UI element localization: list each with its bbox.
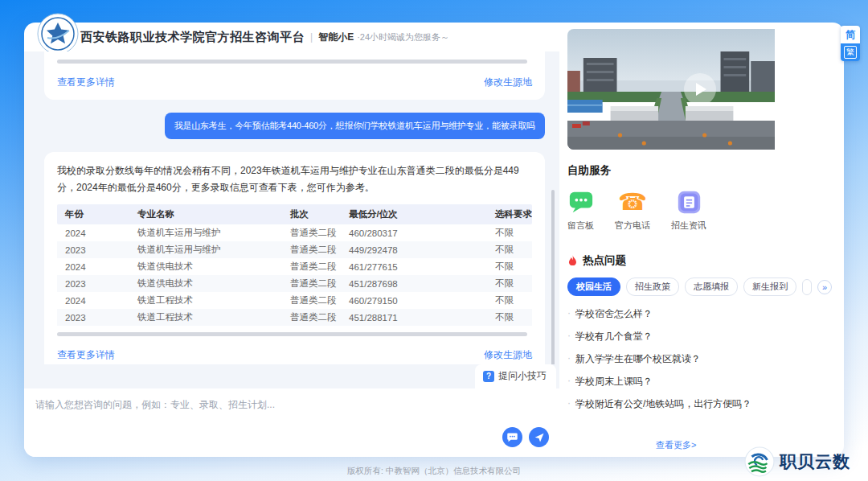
cell: 2023 <box>57 245 129 255</box>
cell: 451/287698 <box>341 279 487 289</box>
cell: 不限 <box>487 294 532 306</box>
cell: 不限 <box>487 278 532 290</box>
app-header: 西安铁路职业技术学院官方招生咨询平台 | 智能小E ·24小时竭诚为您服务～ <box>24 23 559 51</box>
cell: 460/280317 <box>341 228 487 238</box>
service-message-board[interactable]: 留言板 <box>567 189 594 232</box>
col-header-minscore: 最低分/位次 <box>341 208 487 220</box>
cell: 不限 <box>487 311 532 323</box>
col-header-year: 年份 <box>57 208 129 220</box>
cell: 普通类二段 <box>282 294 341 306</box>
tab-admission-policy[interactable]: 招生政策 <box>626 278 679 296</box>
play-icon <box>696 83 706 96</box>
brand-name: 职贝云数 <box>780 450 850 473</box>
chat-bubble-icon <box>506 431 518 443</box>
title-separator: | <box>310 31 313 43</box>
question-item[interactable]: · 新入学学生在哪个校区就读？ <box>567 352 832 366</box>
copyright-footer: 版权所有: 中教智网（北京）信息技术有限公司 <box>0 466 868 477</box>
view-more-details-link[interactable]: 查看更多详情 <box>57 76 115 89</box>
bullet: · <box>567 397 571 411</box>
cell: 2023 <box>57 279 129 289</box>
brand-logo: 职贝云数 <box>744 446 850 477</box>
tips-row: ? 提问小技巧 <box>24 364 559 388</box>
cell: 不限 <box>487 227 532 239</box>
services-row: 留言板 ☎ 官方电话 招生资讯 <box>567 189 832 232</box>
main-container: 西安铁路职业技术学院官方招生咨询平台 | 智能小E ·24小时竭诚为您服务～ 查… <box>24 23 844 457</box>
admissions-news-icon <box>677 189 702 215</box>
table-horizontal-scrollbar[interactable] <box>57 332 527 336</box>
user-message-bubble: 我是山东考生，今年预估能考440-460分，想报你们学校铁道机车运用与维护专业，… <box>165 113 545 139</box>
assistant-name: 智能小E <box>318 31 354 44</box>
flame-icon <box>567 255 578 267</box>
services-title: 自助服务 <box>567 163 832 178</box>
tips-button-label: 提问小技巧 <box>498 369 547 383</box>
user-message-row: 我是山东考生，今年预估能考440-460分，想报你们学校铁道机车运用与维护专业，… <box>44 113 545 139</box>
service-label: 官方电话 <box>615 220 650 232</box>
question-text: 学校有几个食堂？ <box>575 330 653 343</box>
question-tips-button[interactable]: ? 提问小技巧 <box>475 364 556 388</box>
message-input[interactable] <box>35 398 518 442</box>
cell: 普通类二段 <box>282 311 341 323</box>
question-text: 新入学学生在哪个校区就读？ <box>575 352 701 366</box>
table-row: 2023 铁道工程技术 普通类二段 451/288171 不限 <box>57 309 532 326</box>
cell: 2024 <box>57 228 129 238</box>
modify-source-region-link[interactable]: 修改生源地 <box>484 348 532 362</box>
question-mark-icon: ? <box>483 371 494 382</box>
table-row: 2024 铁道供电技术 普通类二段 461/277615 不限 <box>57 258 532 275</box>
language-toggle: 简 繁 <box>841 26 860 61</box>
question-item[interactable]: · 学校有几个食堂？ <box>567 330 832 343</box>
hot-questions-list: · 学校宿舍怎么样？ · 学校有几个食堂？ · 新入学学生在哪个校区就读？ · … <box>567 307 832 411</box>
cell: 2024 <box>57 262 129 272</box>
cell: 不限 <box>487 244 532 256</box>
phone-icon: ☎ <box>618 189 647 215</box>
sidebar-view-more-link[interactable]: 查看更多> <box>656 439 696 451</box>
bullet: · <box>567 375 571 388</box>
feedback-button[interactable] <box>502 427 522 447</box>
cell: 461/277615 <box>341 262 487 272</box>
cell: 普通类二段 <box>282 227 341 239</box>
traditional-chinese-button[interactable]: 繁 <box>841 43 860 61</box>
scores-table: 年份 专业名称 批次 最低分/位次 选科要求 2024 铁道机车运用与维护 普通… <box>57 204 532 326</box>
cell: 铁道机车运用与维护 <box>129 227 282 239</box>
question-item[interactable]: · 学校周末上课吗？ <box>567 375 832 388</box>
modify-source-region-link[interactable]: 修改生源地 <box>484 76 532 89</box>
service-admissions-news[interactable]: 招生资讯 <box>671 189 706 232</box>
previous-bot-message-card: 查看更多详情 修改生源地 <box>44 51 545 100</box>
service-official-phone[interactable]: ☎ 官方电话 <box>615 189 650 232</box>
cell: 铁道工程技术 <box>129 311 282 323</box>
view-more-details-link[interactable]: 查看更多详情 <box>57 348 115 362</box>
service-label: 留言板 <box>567 220 594 232</box>
col-header-major: 专业名称 <box>129 208 282 220</box>
campus-video-thumbnail[interactable] <box>567 29 832 150</box>
simplified-chinese-button[interactable]: 简 <box>841 26 860 43</box>
cell: 2023 <box>57 313 129 323</box>
bullet: · <box>567 330 571 343</box>
table-row: 2023 铁道供电技术 普通类二段 451/287698 不限 <box>57 275 532 292</box>
cell: 铁道供电技术 <box>129 261 282 273</box>
tab-freshman-registration[interactable]: 新生报到 <box>743 278 796 296</box>
question-item[interactable]: · 学校附近有公交/地铁站吗，出行方便吗？ <box>567 397 832 411</box>
question-text: 学校宿舍怎么样？ <box>575 307 653 321</box>
chat-column: 西安铁路职业技术学院官方招生咨询平台 | 智能小E ·24小时竭诚为您服务～ 查… <box>24 23 559 457</box>
message-board-icon <box>568 189 594 215</box>
hot-questions-title: 热点问题 <box>583 253 626 268</box>
play-button[interactable] <box>684 73 716 105</box>
table-horizontal-scrollbar[interactable] <box>57 60 527 64</box>
cell: 449/292478 <box>341 245 487 255</box>
tab-clipped[interactable]: · <box>802 279 812 295</box>
service-label: 招生资讯 <box>671 220 706 232</box>
send-button[interactable] <box>529 427 549 447</box>
cell: 普通类二段 <box>282 244 341 256</box>
bot-answer-text: 我校的录取分数线每年的情况会稍有不同，2023年铁道机车运用与维护专业在山东普通… <box>57 162 532 196</box>
bot-message-card: 我校的录取分数线每年的情况会稍有不同，2023年铁道机车运用与维护专业在山东普通… <box>44 152 545 364</box>
campus-photo <box>567 29 775 150</box>
tab-campus-life[interactable]: 校园生活 <box>567 278 620 296</box>
hot-topic-tabs: 校园生活 招生政策 志愿填报 新生报到 · » <box>567 278 832 296</box>
col-header-subjects: 选科要求 <box>487 208 532 220</box>
tab-application[interactable]: 志愿填报 <box>685 278 738 296</box>
cell: 铁道机车运用与维护 <box>129 244 282 256</box>
sidebar: 自助服务 留言板 ☎ 官方电话 <box>559 23 850 457</box>
question-item[interactable]: · 学校宿舍怎么样？ <box>567 307 832 321</box>
chat-vertical-scrollbar[interactable] <box>551 190 555 364</box>
more-tabs-button[interactable]: » <box>817 280 832 294</box>
question-text: 学校附近有公交/地铁站吗，出行方便吗？ <box>575 397 751 411</box>
